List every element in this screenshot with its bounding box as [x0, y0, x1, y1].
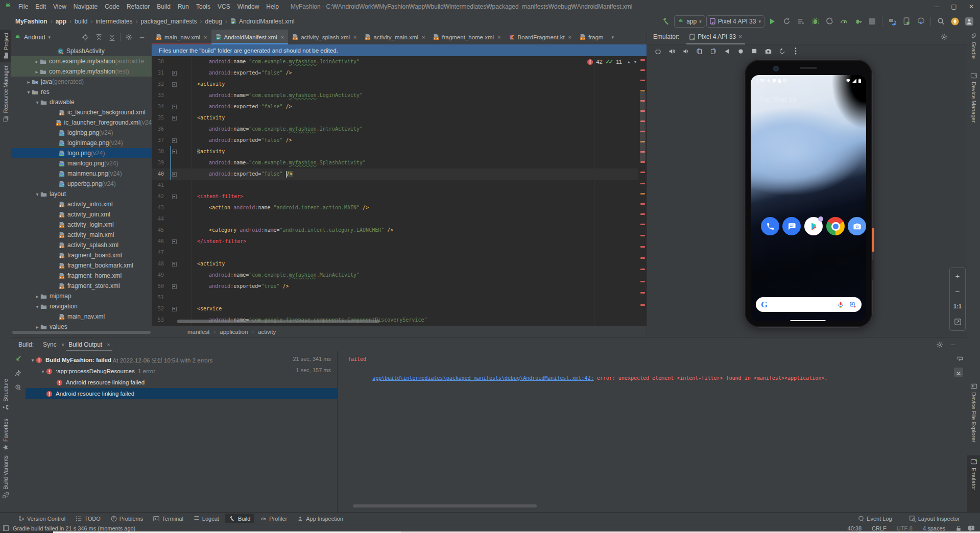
tab-fragm[interactable]: fragm — [576, 30, 607, 44]
notification-balloon-icon[interactable] — [968, 525, 975, 531]
device-selector[interactable]: Pixel 4 API 33 ▾ — [706, 15, 764, 28]
chevron-down-icon[interactable]: ▾ — [34, 191, 40, 197]
menu-build[interactable]: Build — [153, 3, 174, 10]
fold-marker-icon[interactable] — [172, 105, 177, 109]
mic-icon[interactable] — [837, 301, 844, 308]
run-button[interactable] — [766, 15, 779, 28]
tree-item-values[interactable]: ▸values — [11, 322, 152, 332]
apply-changes-icon[interactable] — [851, 15, 865, 28]
stripe-item-gradle[interactable]: Gradle — [967, 30, 980, 71]
tree-item-logo-png-v24[interactable]: logo.png (v24) — [11, 148, 152, 158]
close-icon[interactable]: × — [497, 34, 500, 40]
breadcrumb-debug[interactable]: debug — [205, 18, 222, 25]
volume-button[interactable] — [872, 260, 874, 280]
run-with-coverage-icon[interactable] — [794, 15, 807, 28]
close-icon[interactable]: × — [568, 34, 571, 40]
power-button[interactable] — [872, 228, 874, 252]
toolwindow-build[interactable]: Build — [225, 514, 254, 523]
user-avatar[interactable] — [963, 15, 976, 28]
breadcrumb-packaged-manifests[interactable]: packaged_manifests — [140, 18, 197, 25]
volume-up-button[interactable] — [667, 46, 676, 56]
console-horizontal-scrollbar[interactable] — [353, 504, 537, 507]
toolwindow-terminal[interactable]: Terminal — [149, 514, 187, 523]
rotate-right-button[interactable] — [708, 46, 718, 56]
home-indicator[interactable] — [790, 320, 826, 321]
tab-boardfragment-kt[interactable]: BoardFragment.kt× — [505, 30, 576, 44]
build-hammer-icon[interactable] — [660, 15, 673, 28]
stripe-item-build-variants[interactable]: Build Variants — [0, 452, 11, 510]
build-tab-build-output[interactable]: Build Output× — [66, 337, 112, 351]
more-options-button[interactable] — [791, 46, 800, 56]
zoom-in-button[interactable]: + — [950, 268, 965, 283]
phone-app-icon[interactable] — [761, 217, 779, 235]
close-icon[interactable]: × — [61, 342, 64, 348]
emulator-tab[interactable]: Pixel 4 API 33 × — [686, 30, 745, 44]
caret-position[interactable]: 40:38 — [848, 525, 862, 531]
profiler-icon[interactable] — [837, 15, 850, 28]
toolwindow-version-control[interactable]: Version Control — [14, 514, 69, 523]
build-tree-row[interactable]: Android resource linking failed — [26, 388, 337, 399]
hide-panel-icon[interactable]: ─ — [946, 338, 960, 351]
sync-project-icon[interactable] — [886, 15, 899, 28]
toolwindow-toggle-icon[interactable] — [3, 525, 9, 531]
tree-item-loginimage-png-v24[interactable]: loginimage.png (v24) — [11, 138, 152, 148]
messages-app-icon[interactable] — [782, 217, 801, 235]
stripe-item-device-file-explorer[interactable]: Device File Explorer — [967, 380, 980, 457]
tree-item-layout[interactable]: ▾layout — [11, 189, 152, 199]
fold-marker-icon[interactable] — [172, 195, 177, 199]
update-available-icon[interactable] — [948, 15, 962, 28]
rerun-build-icon[interactable] — [14, 355, 22, 363]
build-tab-sync[interactable]: Sync× — [41, 337, 66, 351]
chevron-right-icon[interactable]: ▸ — [34, 294, 40, 299]
pin-icon[interactable] — [14, 370, 21, 377]
stripe-item-emulator[interactable]: Emulator — [967, 455, 980, 513]
tab-fragment-home-xml[interactable]: fragment_home.xml× — [429, 30, 505, 44]
overview-button[interactable] — [750, 46, 759, 56]
power-button[interactable] — [653, 46, 662, 56]
back-button[interactable] — [722, 46, 731, 56]
fold-marker-icon[interactable] — [172, 284, 177, 289]
prev-error-chevron-icon[interactable]: ▲ — [627, 60, 631, 64]
fold-marker-icon[interactable] — [172, 116, 177, 120]
toolwindow-profiler[interactable]: Profiler — [256, 514, 291, 523]
toolwindow-app-inspection[interactable]: App Inspection — [293, 514, 347, 523]
device-manager-icon[interactable] — [900, 15, 913, 28]
chrome-app-icon[interactable] — [826, 217, 845, 235]
fold-marker-icon[interactable] — [172, 138, 177, 143]
stop-button[interactable] — [866, 15, 879, 28]
scroll-to-end-icon[interactable] — [954, 368, 963, 377]
chevron-right-icon[interactable]: ▸ — [34, 59, 40, 64]
breadcrumb-intermediates[interactable]: intermediates — [95, 18, 132, 25]
debug-button[interactable] — [808, 15, 822, 28]
project-horizontal-scrollbar[interactable] — [12, 331, 151, 334]
tree-item-com-example-myfashion-androidte[interactable]: ▸com.example.myfashion (androidTe — [11, 56, 152, 66]
google-lens-icon[interactable] — [849, 301, 856, 308]
tab-androidmanifest-xml[interactable]: MFAndroidManifest.xml× — [211, 30, 289, 44]
chevron-down-icon[interactable]: ▾ — [26, 89, 32, 95]
tree-item-fragment-bookmark-xml[interactable]: fragment_bookmark.xml — [11, 260, 152, 271]
menu-code[interactable]: Code — [101, 3, 123, 10]
collapse-all-icon[interactable] — [105, 31, 118, 43]
tree-item-navigation[interactable]: ▾navigation — [11, 301, 152, 311]
tree-item-java-generated[interactable]: ▸java (generated) — [11, 77, 152, 87]
zoom-reset-button[interactable]: 1:1 — [950, 299, 965, 314]
breadcrumb-myfashion[interactable]: MyFashion — [15, 18, 47, 25]
tree-item-upperbg-png-v24[interactable]: upperbg.png (v24) — [11, 179, 152, 189]
close-icon[interactable]: × — [107, 342, 110, 348]
soft-wrap-icon[interactable] — [956, 355, 963, 362]
tab-activity-splash-xml[interactable]: activity_splash.xml× — [288, 30, 361, 44]
maximize-button[interactable]: ▢ — [945, 3, 963, 10]
tree-item-mainlogo-png-v24[interactable]: mainlogo.png (v24) — [11, 158, 152, 168]
build-tree-row[interactable]: Android resource linking failed — [26, 377, 337, 388]
volume-down-button[interactable] — [681, 46, 690, 56]
gear-icon[interactable] — [938, 31, 951, 43]
menu-vcs[interactable]: VCS — [214, 3, 234, 10]
attach-debugger-icon[interactable] — [823, 15, 836, 28]
gear-icon[interactable] — [122, 31, 135, 43]
menu-run[interactable]: Run — [174, 3, 193, 10]
fold-marker-icon[interactable] — [172, 172, 177, 177]
indent-indicator[interactable]: 4 spaces — [923, 525, 945, 531]
tree-item-drawable[interactable]: ▾drawable — [11, 97, 152, 107]
minimize-button[interactable]: ─ — [928, 3, 945, 10]
menu-refactor[interactable]: Refactor — [123, 3, 153, 10]
